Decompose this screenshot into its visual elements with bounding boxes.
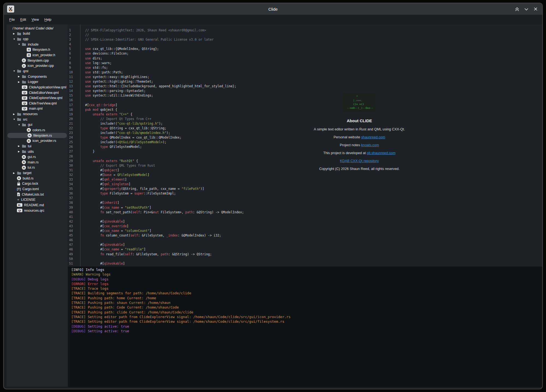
line-number: 8 xyxy=(69,61,71,65)
tree-item-tui-rs[interactable]: Rtui.rs xyxy=(7,165,68,170)
tree-item-filesystem-cpp[interactable]: Cfilesystem.cpp xyxy=(7,58,68,63)
chevron-right-icon[interactable]: ▶ xyxy=(13,32,17,35)
tree-item-icon-provider-rs[interactable]: Ricon_provider.rs xyxy=(7,138,68,143)
tree-item-main-qml[interactable]: Qtmain.qml xyxy=(7,106,68,112)
tree-item-cmakelists-txt[interactable]: CMakeLists.txt xyxy=(7,192,68,197)
log-line: [INFO] Info logs xyxy=(71,267,542,272)
menubar: FileEditViewHelp xyxy=(4,15,542,25)
tree-item-resources[interactable]: ▶resources xyxy=(7,111,68,117)
folder-icon xyxy=(17,118,21,121)
tree-item-label: colors.rs xyxy=(32,128,45,132)
tree-item-components[interactable]: ▶Components xyxy=(7,74,68,79)
tree-item-gui-rs[interactable]: Rgui.rs xyxy=(7,154,68,160)
about-row: Personal website shaunreed.com xyxy=(302,135,417,139)
code-text: #[cxx_name = "readFile"] xyxy=(85,247,146,252)
about-link-knoats-com[interactable]: knoats.com xyxy=(361,143,379,147)
tree-item-label: filesystem.h xyxy=(32,48,50,52)
code-text: #[qproperty(QString, file_path, cxx_name… xyxy=(85,187,204,191)
code-text: #[qml_element] xyxy=(85,177,127,182)
menu-edit[interactable]: Edit xyxy=(17,17,29,23)
menu-file[interactable]: File xyxy=(7,17,17,23)
minimize-button[interactable] xyxy=(524,6,529,12)
file-tree[interactable]: / home/ shaun/ Code/ clide/▶build▼cpp▼in… xyxy=(7,25,68,387)
about-link-kdab-cxx-qt-repository[interactable]: KDAB CXX-Qt repository xyxy=(340,159,379,163)
about-rows: A simple text editor written in Rust and… xyxy=(302,127,417,171)
tree-item-clideapplicationview-qml[interactable]: QtClideApplicationView.qml xyxy=(7,85,68,90)
tree-item-target[interactable]: ▶target xyxy=(7,170,68,176)
line-number: 15 xyxy=(69,93,73,98)
chevron-down-icon[interactable]: ▼ xyxy=(13,38,17,40)
chevron-down-icon[interactable]: ▼ xyxy=(18,43,22,46)
tree-item-cargo-lock[interactable]: Cargo.lock xyxy=(7,181,68,187)
about-link-shaunreed-com[interactable]: shaunreed.com xyxy=(361,135,385,139)
chevron-down-icon[interactable]: ▼ xyxy=(13,70,17,72)
double-chevron-up-icon xyxy=(514,6,520,12)
tree-item-label: gui.rs xyxy=(28,155,36,159)
menu-help[interactable]: Help xyxy=(42,17,54,23)
chevron-right-icon[interactable]: ▶ xyxy=(18,81,22,83)
close-button[interactable] xyxy=(533,6,538,12)
line-number: 23 xyxy=(69,131,73,135)
chevron-right-icon[interactable]: ▶ xyxy=(18,145,22,147)
tree-root-path[interactable]: / home/ shaun/ Code/ clide/ xyxy=(7,26,68,31)
tree-item-cpp[interactable]: ▼cpp xyxy=(7,36,68,42)
tree-item-main-rs[interactable]: Rmain.rs xyxy=(7,160,68,165)
about-link-git-shaunreed-com[interactable]: git.shaunreed.com xyxy=(367,151,395,155)
app-window: Clide xyxy=(3,3,543,389)
log-line: [TRACE] Setting editor path from ClideEx… xyxy=(71,319,542,324)
line-number: 10 xyxy=(69,70,73,75)
chevron-down-icon[interactable]: ▼ xyxy=(13,118,17,121)
tree-item-clidetreeview-qml[interactable]: QtClideTreeView.qml xyxy=(7,101,68,106)
line-number: 33 xyxy=(69,177,73,182)
folder-icon xyxy=(22,123,26,127)
cpp-file-icon: C xyxy=(22,64,26,68)
tree-item-license[interactable]: ✶LICENSE xyxy=(7,197,68,203)
line-number: 3 xyxy=(69,37,71,42)
line-number: 25 xyxy=(69,140,73,145)
tree-item-include[interactable]: ▼include xyxy=(7,42,68,47)
line-number: 11 xyxy=(69,75,73,79)
tree-item-qml[interactable]: ▼qml xyxy=(7,68,68,74)
tree-item-cargo-toml[interactable]: [T]Cargo.toml xyxy=(7,186,68,192)
rust-file-icon: R xyxy=(22,155,26,159)
code-text: type QString = cxx_qt_lib::QString; xyxy=(85,126,166,131)
line-number: 44 xyxy=(69,229,73,233)
code-text: fn read_file(self: &FileSystem, path: &Q… xyxy=(85,252,212,257)
chevron-right-icon[interactable]: ▶ xyxy=(18,75,22,78)
window-controls xyxy=(514,3,538,15)
tree-item-build[interactable]: ▶build xyxy=(7,31,68,37)
tree-item-icon-provider-h[interactable]: Hicon_provider.h xyxy=(7,52,68,58)
tree-item-filesystem-h[interactable]: Hfilesystem.h xyxy=(7,47,68,53)
tree-item-filesystem-rs[interactable]: Rfilesystem.rs xyxy=(7,133,67,138)
line-number: 51 xyxy=(69,261,73,266)
chevron-right-icon[interactable]: ▶ xyxy=(13,172,17,174)
tree-item-icon-provider-cpp[interactable]: Cicon_provider.cpp xyxy=(7,63,68,68)
tree-item-label: Cargo.lock xyxy=(22,182,38,185)
tree-item-clideeditorview-qml[interactable]: QtClideEditorView.qml xyxy=(7,90,68,95)
code-text: use syntect::highlighting::ThemeSet; xyxy=(85,79,153,84)
folder-icon xyxy=(22,43,26,46)
tree-item-resources-qrc[interactable]: Qtresources.qrc xyxy=(7,208,68,213)
log-level: [TRACE] xyxy=(71,296,88,300)
log-panel[interactable]: [INFO] Info logs[WARN] Warning logs[DEBU… xyxy=(68,267,542,387)
about-text: This project is developed at xyxy=(323,151,367,155)
tree-item-build-rs[interactable]: Rbuild.rs xyxy=(7,176,68,181)
shade-button[interactable] xyxy=(514,6,520,12)
chevron-right-icon[interactable]: ▶ xyxy=(13,113,17,115)
tree-item-label: tui.rs xyxy=(28,166,35,169)
chevron-right-icon[interactable]: ▶ xyxy=(18,150,22,153)
code-text: use syntect::easy::HighlightLines; xyxy=(85,75,149,79)
tree-item-src[interactable]: ▼src xyxy=(7,117,68,122)
tree-item-colors-rs[interactable]: Rcolors.rs xyxy=(7,127,68,133)
tree-item-readme-md[interactable]: M↓README.md xyxy=(7,202,68,208)
qt-file-icon: Qt xyxy=(22,91,27,94)
tree-item-clideexplorerview-qml[interactable]: QtClideExplorerView.qml xyxy=(7,95,68,101)
chevron-down-icon[interactable]: ▼ xyxy=(18,124,22,126)
tree-item-tui[interactable]: ▶tui xyxy=(7,143,68,149)
tree-item-gui[interactable]: ▼gui xyxy=(7,122,68,128)
log-message: Info logs xyxy=(86,268,104,272)
log-level: [TRACE] xyxy=(71,291,88,295)
tree-item-logger[interactable]: ▶Logger xyxy=(7,79,68,85)
tree-item-utils[interactable]: ▶utils xyxy=(7,149,68,154)
menu-view[interactable]: View xyxy=(29,17,42,23)
